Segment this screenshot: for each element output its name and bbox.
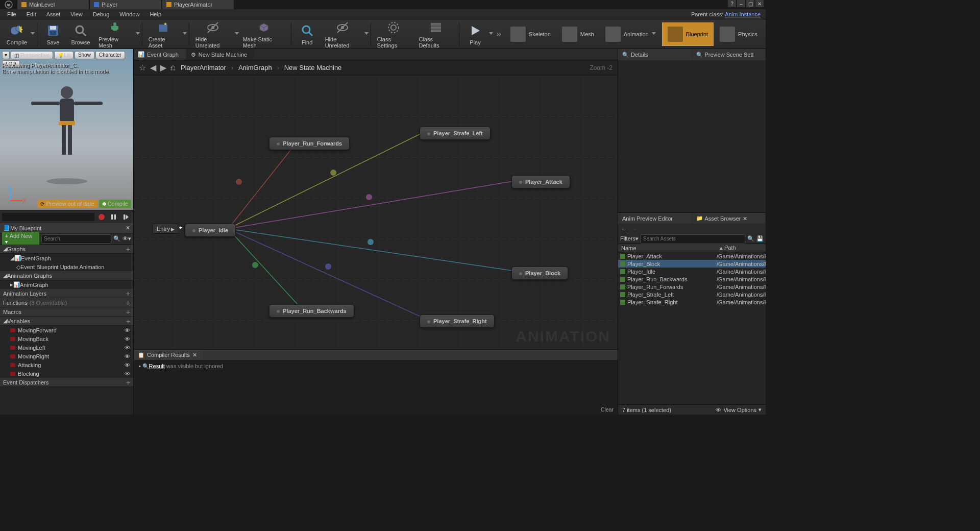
var-visibility-icon[interactable]: 👁 bbox=[125, 336, 130, 342]
hide-unrelated2-button[interactable]: Hide Unrelated bbox=[321, 19, 364, 50]
add-graph-icon[interactable]: + bbox=[126, 245, 130, 253]
section-event-dispatchers[interactable]: Event Dispatchers+ bbox=[0, 378, 133, 387]
minimize-button[interactable]: – bbox=[737, 0, 745, 7]
node-player-idle[interactable]: Player_Idle bbox=[185, 224, 236, 237]
tab-details[interactable]: 🔍 Details bbox=[618, 49, 692, 60]
section-animation-graphs[interactable]: ◢Animation Graphs bbox=[0, 271, 133, 280]
filters-dropdown[interactable]: Filters▾ bbox=[620, 235, 639, 242]
asset-row[interactable]: Player_Strafe_Right/Game/Animations/P bbox=[618, 298, 766, 306]
search-icon[interactable]: 🔍 bbox=[113, 235, 120, 242]
var-visibility-icon[interactable]: 👁 bbox=[125, 362, 130, 368]
preview-mesh-button[interactable]: Preview Mesh bbox=[94, 19, 136, 50]
close-button[interactable]: ✕ bbox=[755, 0, 764, 7]
class-defaults-button[interactable]: Class Defaults bbox=[414, 19, 457, 50]
asset-row[interactable]: Player_Run_Forwards/Game/Animations/P bbox=[618, 283, 766, 291]
modes-overflow-icon[interactable]: » bbox=[493, 29, 504, 39]
asset-row[interactable]: Player_Strafe_Left/Game/Animations/P bbox=[618, 291, 766, 298]
tab-new-state-machine[interactable]: ⚙ New State Machine bbox=[187, 49, 254, 60]
tab-asset-browser[interactable]: 📁 Asset Browser ✕ bbox=[692, 213, 766, 224]
crumb-playeranimator[interactable]: PlayerAnimator bbox=[181, 64, 226, 71]
asset-row[interactable]: Player_Attack/Game/Animations/P bbox=[618, 252, 766, 260]
node-player-strafe-left[interactable]: Player_Strafe_Left bbox=[420, 127, 491, 140]
my-blueprint-search-input[interactable] bbox=[41, 234, 111, 244]
compiler-result-link[interactable]: Result bbox=[149, 363, 165, 369]
step-button[interactable] bbox=[121, 212, 131, 222]
transition-dot[interactable] bbox=[236, 179, 242, 185]
hide-unrelated-dropdown[interactable] bbox=[235, 32, 239, 36]
asset-list[interactable]: Player_Attack/Game/Animations/P Player_B… bbox=[618, 252, 766, 404]
entry-node[interactable]: Entry ▶ bbox=[152, 224, 179, 234]
menu-asset[interactable]: Asset bbox=[41, 10, 66, 18]
var-movingright[interactable]: MovingRight👁 bbox=[0, 352, 133, 360]
asset-search-input[interactable] bbox=[641, 234, 745, 244]
preview-out-of-date-badge[interactable]: ⟳ Preview out of date bbox=[37, 200, 97, 208]
browse-button[interactable]: Browse bbox=[67, 22, 94, 46]
favorite-icon[interactable]: ☆ bbox=[139, 63, 146, 73]
menu-file[interactable]: File bbox=[2, 10, 21, 18]
asset-row[interactable]: Player_Run_Backwards/Game/Animations/P bbox=[618, 275, 766, 283]
preview-viewport[interactable]: ▾ ◫ Perspective 💡Lit Show Character LOD … bbox=[0, 49, 133, 210]
search-icon[interactable]: 🔍 bbox=[747, 235, 754, 242]
tab-event-graph[interactable]: 📊 Event Graph bbox=[134, 49, 186, 60]
pause-button[interactable] bbox=[109, 212, 119, 222]
transition-dot[interactable] bbox=[325, 263, 331, 270]
hide-unrelated2-dropdown[interactable] bbox=[364, 32, 369, 36]
transition-dot[interactable] bbox=[368, 239, 374, 245]
section-graphs[interactable]: ◢Graphs+ bbox=[0, 245, 133, 254]
menu-edit[interactable]: Edit bbox=[21, 10, 41, 18]
var-movingforward[interactable]: MovingForward👁 bbox=[0, 326, 133, 334]
item-animgraph[interactable]: ▸📊 AnimGraph bbox=[0, 280, 133, 289]
record-button[interactable] bbox=[96, 212, 107, 222]
view-options-button[interactable]: 👁 View Options▾ bbox=[716, 406, 762, 413]
node-player-block[interactable]: Player_Block bbox=[511, 267, 568, 280]
tab-preview-scene-settings[interactable]: 🔍 Preview Scene Sett bbox=[692, 49, 766, 60]
compiler-results-tab[interactable]: 📋 Compiler Results ✕ bbox=[134, 350, 203, 360]
add-macro-icon[interactable]: + bbox=[126, 308, 130, 316]
transition-dot[interactable] bbox=[252, 262, 258, 268]
var-movingback[interactable]: MovingBack👁 bbox=[0, 334, 133, 343]
hide-unrelated-button[interactable]: Hide Unrelated bbox=[191, 19, 235, 50]
section-animation-layers[interactable]: Animation Layers+ bbox=[0, 289, 133, 298]
preview-compile-button[interactable]: ✽ Compile bbox=[99, 200, 131, 208]
var-visibility-icon[interactable]: 👁 bbox=[125, 353, 130, 359]
asset-row[interactable]: Player_Block/Game/Animations/P bbox=[618, 260, 766, 268]
mode-mesh[interactable]: Mesh bbox=[557, 22, 599, 46]
add-dispatcher-icon[interactable]: + bbox=[126, 378, 130, 387]
node-player-strafe-right[interactable]: Player_Strafe_Right bbox=[420, 315, 495, 328]
play-button[interactable]: Play bbox=[461, 22, 489, 46]
var-visibility-icon[interactable]: 👁 bbox=[125, 371, 130, 377]
menu-window[interactable]: Window bbox=[114, 10, 144, 18]
parent-class-link[interactable]: Anim Instance bbox=[725, 11, 761, 17]
create-asset-button[interactable]: Create Asset bbox=[144, 19, 183, 50]
node-player-run-backwards[interactable]: Player_Run_Backwards bbox=[269, 304, 354, 318]
create-asset-dropdown[interactable] bbox=[183, 32, 187, 36]
preview-mesh-dropdown[interactable] bbox=[136, 32, 140, 36]
node-player-attack[interactable]: Player_Attack bbox=[511, 175, 570, 188]
class-settings-button[interactable]: Class Settings bbox=[373, 19, 414, 50]
state-machine-graph[interactable]: Entry ▶ Player_Idle Player_Run_Forwards … bbox=[134, 76, 618, 349]
asset-nav-back[interactable]: ← bbox=[621, 226, 627, 232]
add-new-button[interactable]: + Add New ▾ bbox=[2, 232, 39, 246]
tab-playeranimator[interactable]: PlayerAnimator bbox=[162, 0, 234, 9]
play-dropdown[interactable] bbox=[489, 32, 493, 36]
maximize-button[interactable]: ▢ bbox=[746, 0, 754, 7]
my-blueprint-close-icon[interactable]: ✕ bbox=[126, 225, 130, 231]
tab-player[interactable]: Player bbox=[90, 0, 161, 9]
add-variable-icon[interactable]: + bbox=[126, 317, 130, 325]
nav-back-button[interactable]: ◀ bbox=[150, 63, 156, 73]
tab-mainlevel[interactable]: MainLevel bbox=[17, 0, 89, 9]
crumb-newstatemachine[interactable]: New State Machine bbox=[284, 64, 342, 71]
var-blocking[interactable]: Blocking👁 bbox=[0, 369, 133, 378]
help-icon[interactable]: ? bbox=[728, 0, 736, 7]
menu-help[interactable]: Help bbox=[144, 10, 166, 18]
mode-blueprint[interactable]: Blueprint bbox=[662, 22, 714, 46]
var-attacking[interactable]: Attacking👁 bbox=[0, 360, 133, 369]
var-visibility-icon[interactable]: 👁 bbox=[125, 327, 130, 333]
save-filter-icon[interactable]: 💾 bbox=[756, 235, 764, 242]
my-blueprint-tree[interactable]: ◢Graphs+ ◢📊 EventGraph ◇ Event Blueprint… bbox=[0, 245, 133, 415]
asset-list-header[interactable]: Name ▴ Path bbox=[618, 244, 766, 252]
var-movingleft[interactable]: MovingLeft👁 bbox=[0, 343, 133, 352]
item-eventgraph[interactable]: ◢📊 EventGraph bbox=[0, 254, 133, 262]
node-player-run-forwards[interactable]: Player_Run_Forwards bbox=[269, 137, 350, 150]
make-static-mesh-button[interactable]: Make Static Mesh bbox=[239, 19, 289, 50]
